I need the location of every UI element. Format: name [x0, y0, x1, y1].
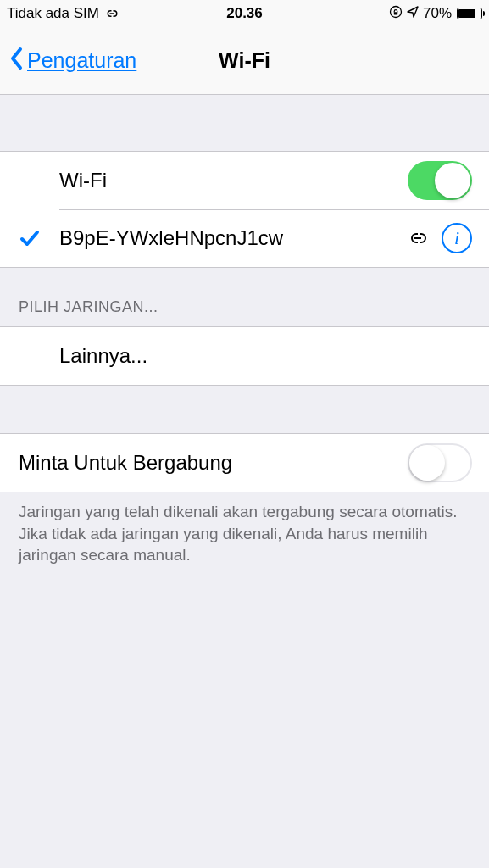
- ask-join-label: Minta Untuk Bergabung: [19, 451, 408, 475]
- battery-icon: [457, 8, 482, 19]
- wifi-toggle-row[interactable]: Wi-Fi: [0, 152, 489, 209]
- status-bar: Tidak ada SIM 20.36 70%: [0, 0, 489, 27]
- ask-join-toggle[interactable]: [408, 443, 472, 482]
- wifi-toggle-label: Wi-Fi: [59, 169, 408, 192]
- connected-ssid: B9pE-YWxleHNpcnJ1cw: [59, 226, 406, 250]
- network-info-button[interactable]: i: [442, 223, 472, 253]
- other-label: Lainnya...: [59, 344, 472, 368]
- orientation-lock-icon: [389, 5, 403, 23]
- networks-header: PILIH JARINGAN...: [0, 268, 489, 326]
- location-icon: [406, 5, 420, 23]
- wifi-toggle[interactable]: [408, 161, 472, 200]
- svg-point-0: [390, 6, 401, 17]
- status-time: 20.36: [226, 5, 263, 22]
- back-label: Pengaturan: [27, 48, 136, 73]
- svg-rect-1: [394, 12, 397, 14]
- networks-group: Lainnya...: [0, 326, 489, 386]
- status-right: 70%: [389, 5, 482, 23]
- chevron-left-icon: [8, 46, 25, 76]
- battery-percent: 70%: [423, 5, 452, 22]
- hotspot-icon: [406, 230, 430, 247]
- connected-network-row[interactable]: B9pE-YWxleHNpcnJ1cw i: [0, 209, 489, 267]
- wifi-group: Wi-Fi B9pE-YWxleHNpcnJ1cw i: [0, 151, 489, 268]
- page-title: Wi-Fi: [219, 48, 270, 73]
- ask-join-footer: Jaringan yang telah dikenali akan tergab…: [0, 492, 489, 575]
- status-left: Tidak ada SIM: [7, 5, 119, 22]
- checkmark-icon: [19, 227, 41, 249]
- ask-join-group: Minta Untuk Bergabung: [0, 433, 489, 492]
- hotspot-icon: [104, 8, 119, 19]
- other-network-row[interactable]: Lainnya...: [0, 327, 489, 385]
- nav-bar: Pengaturan Wi-Fi: [0, 27, 489, 95]
- carrier-text: Tidak ada SIM: [7, 5, 99, 22]
- ask-join-row[interactable]: Minta Untuk Bergabung: [0, 434, 489, 492]
- back-button[interactable]: Pengaturan: [8, 46, 136, 76]
